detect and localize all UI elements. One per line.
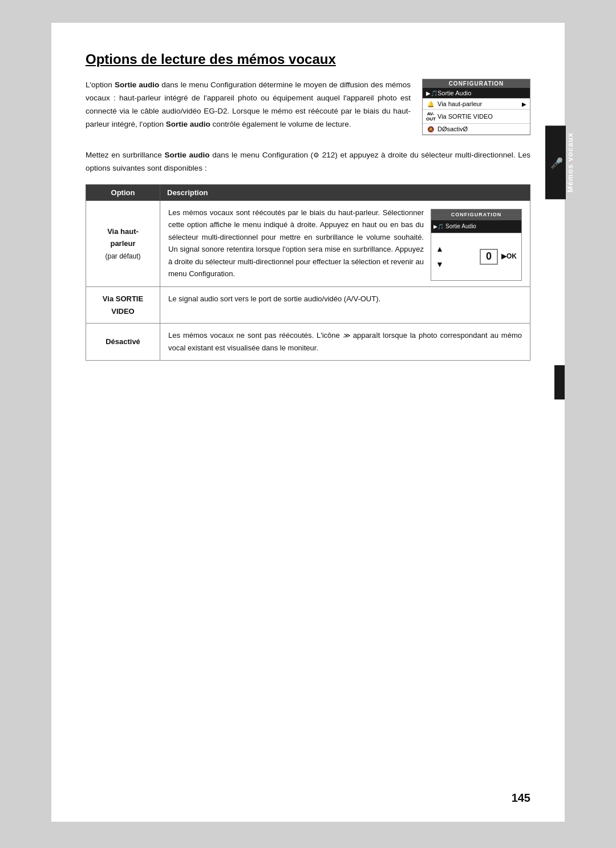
config-row-sortie-video: AV-OUT Via SORTIE VIDEO — [423, 110, 530, 124]
config-row-icon-off: 🔕 — [426, 126, 435, 132]
intro-bold-1: Sortie audio — [115, 80, 159, 89]
page: 🎤 Mémos vocaux Options de lecture des mé… — [51, 23, 565, 822]
table-row-desactive: Désactivé Les mémos vocaux ne sont pas r… — [86, 324, 530, 360]
sidebar-tab-label: Mémos vocaux — [566, 132, 574, 192]
desc-row-hp: Les mémos vocaux sont réécoutés par le b… — [168, 207, 522, 281]
config-box2-icon: ▶🎵 — [433, 223, 444, 231]
table-option-haut-parleur: Via haut-parleur (par défaut) — [86, 200, 160, 287]
mid-bold: Sortie audio — [165, 151, 210, 159]
option-label-sv: Via SORTIEVIDEO — [103, 294, 143, 315]
config-row-label-hp: Via haut-parleur — [437, 100, 520, 107]
option-label-desactive: Désactivé — [106, 337, 140, 346]
volume-number: 0 — [480, 249, 498, 265]
intro-text-1: L'option — [86, 80, 115, 89]
intro-paragraph: L'option Sortie audio dans le menu Confi… — [86, 79, 411, 131]
table-desc-sortie-video: Le signal audio sort vers le port de sor… — [160, 287, 530, 324]
table-desc-desactive: Les mémos vocaux ne sont pas réécoutés. … — [160, 324, 530, 360]
config-box2-volume: ▲ ▼ 0 ▶OK — [431, 233, 521, 280]
page-number: 145 — [512, 792, 530, 805]
intro-bold-2: Sortie audio — [166, 120, 210, 128]
config-row-label: Sortie Audio — [437, 90, 526, 96]
config-row-label-off: DØsactivØ — [437, 126, 526, 132]
ok-button-label: ▶OK — [501, 251, 517, 263]
config-row-desactive: 🔕 DØsactivØ — [423, 124, 530, 135]
config-box2-label: Sortie Audio — [445, 222, 476, 232]
config-row-sortie-audio: ▶🎵 Sortie Audio — [423, 88, 530, 99]
mic-icon: 🎤 — [550, 157, 562, 170]
intro-section: L'option Sortie audio dans le menu Confi… — [86, 79, 530, 135]
table-header-description: Description — [160, 184, 530, 200]
table-option-desactive: Désactivé — [86, 324, 160, 360]
volume-ok-group: 0 ▶OK — [480, 249, 517, 265]
desc-text-hp: Les mémos vocaux sont réécoutés par le b… — [168, 207, 424, 280]
config-row-arrow-hp: ▶ — [522, 101, 526, 107]
config-row-label-av: Via SORTIE VIDEO — [437, 113, 526, 120]
arrow-down-icon: ▼ — [436, 258, 444, 271]
config-row-icon-av: AV-OUT — [426, 111, 435, 122]
table-desc-haut-parleur: Les mémos vocaux sont réécoutés par le b… — [160, 200, 530, 287]
config-box-2: CONFIGURATION ▶🎵 Sortie Audio ▲ ▼ — [431, 209, 522, 281]
intro-text-3: contrôle également le volume de lecture. — [210, 120, 351, 128]
config-row-icon-hp: 🔔 — [426, 101, 435, 107]
arrow-up-icon: ▲ — [436, 243, 444, 256]
options-table: Option Description Via haut-parleur (par… — [86, 184, 530, 361]
table-header-option: Option — [86, 184, 160, 200]
table-row-sortie-video: Via SORTIEVIDEO Le signal audio sort ver… — [86, 287, 530, 324]
mid-paragraph: Mettez en surbrillance Sortie audio dans… — [86, 149, 530, 175]
config-title-2: CONFIGURATION — [431, 209, 521, 220]
option-label-hp: Via haut-parleur — [107, 227, 139, 248]
sidebar-tab: 🎤 Mémos vocaux — [545, 126, 566, 199]
config-ref-num: 212 — [322, 151, 335, 159]
config-box-1: CONFIGURATION ▶🎵 Sortie Audio 🔔 Via haut… — [422, 79, 530, 135]
table-row-haut-parleur: Via haut-parleur (par défaut) Les mémos … — [86, 200, 530, 287]
black-marker — [554, 365, 565, 399]
table-option-sortie-video: Via SORTIEVIDEO — [86, 287, 160, 324]
config-ref-icon: ⚙ — [313, 151, 319, 159]
config-title-1: CONFIGURATION — [423, 79, 530, 88]
config-box2-row-selected: ▶🎵 Sortie Audio — [431, 220, 521, 234]
volume-arrows: ▲ ▼ — [436, 243, 444, 271]
config-row-icon: ▶🎵 — [426, 90, 435, 96]
config-row-haut-parleur: 🔔 Via haut-parleur ▶ — [423, 99, 530, 110]
option-sublabel-hp: (par défaut) — [105, 252, 140, 260]
desactive-icon: ≫ — [343, 332, 350, 340]
page-title: Options de lecture des mémos vocaux — [86, 51, 530, 67]
